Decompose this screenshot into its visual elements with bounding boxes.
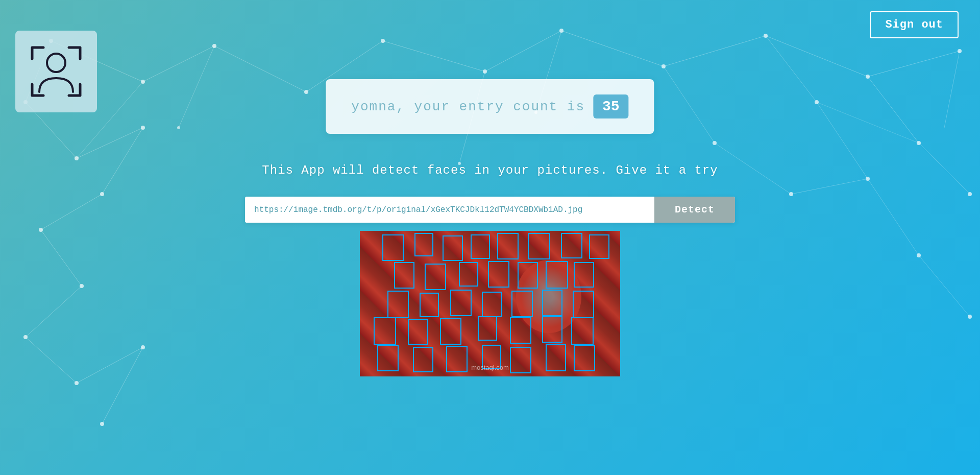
svg-point-51: [80, 284, 84, 288]
svg-rect-73: [528, 233, 550, 259]
svg-line-18: [77, 347, 143, 383]
svg-point-55: [100, 422, 104, 426]
entry-count-badge: 35: [593, 94, 629, 118]
svg-rect-83: [388, 291, 408, 318]
svg-rect-74: [561, 233, 582, 258]
sign-out-button[interactable]: Sign out: [870, 11, 959, 38]
svg-line-13: [102, 128, 143, 194]
svg-line-14: [41, 194, 102, 230]
svg-point-44: [866, 75, 870, 79]
svg-line-15: [41, 230, 82, 286]
svg-line-33: [919, 255, 970, 317]
image-result: mostaql.com: [360, 231, 620, 376]
svg-line-27: [664, 66, 715, 143]
svg-point-63: [968, 315, 972, 319]
svg-line-30: [715, 143, 791, 194]
svg-rect-89: [573, 291, 594, 318]
svg-line-16: [26, 286, 82, 337]
svg-rect-96: [572, 318, 593, 344]
svg-point-67: [47, 54, 65, 72]
svg-rect-86: [482, 292, 502, 317]
svg-point-41: [559, 29, 564, 33]
app-subtitle: This App will detect faces in your pictu…: [262, 163, 718, 177]
svg-rect-78: [459, 263, 478, 286]
detect-row: Detect: [245, 197, 735, 223]
svg-line-17: [26, 337, 77, 383]
svg-point-48: [141, 126, 145, 130]
svg-rect-69: [415, 233, 433, 256]
svg-point-43: [764, 34, 768, 38]
svg-line-34: [817, 102, 919, 143]
svg-rect-94: [510, 318, 531, 343]
svg-rect-68: [383, 235, 403, 260]
svg-point-54: [141, 345, 145, 349]
svg-rect-79: [488, 262, 509, 287]
svg-line-23: [919, 143, 970, 194]
svg-point-62: [917, 253, 921, 257]
svg-point-36: [141, 80, 145, 84]
svg-rect-81: [546, 262, 568, 288]
svg-rect-91: [408, 320, 428, 344]
svg-rect-82: [574, 263, 594, 287]
watermark: mostaql.com: [471, 364, 509, 371]
svg-line-25: [766, 36, 817, 102]
svg-line-19: [102, 347, 143, 424]
svg-line-5: [485, 31, 561, 72]
svg-rect-88: [543, 290, 562, 316]
svg-rect-98: [413, 347, 433, 372]
svg-line-26: [817, 102, 868, 179]
svg-rect-84: [420, 293, 438, 317]
svg-rect-80: [518, 263, 537, 288]
svg-rect-103: [574, 345, 595, 371]
detected-image: mostaql.com: [360, 231, 620, 376]
svg-rect-85: [451, 290, 471, 316]
svg-rect-92: [440, 319, 461, 344]
svg-rect-101: [510, 347, 531, 373]
svg-point-37: [212, 44, 216, 48]
svg-line-12: [77, 128, 143, 158]
svg-rect-70: [443, 236, 462, 260]
svg-rect-77: [425, 264, 446, 290]
app-logo: [15, 31, 97, 112]
entry-count-panel: yomna, your entry count is 35: [326, 79, 654, 134]
svg-point-60: [866, 177, 870, 181]
entry-message: yomna, your entry count is: [351, 99, 585, 114]
svg-point-58: [815, 100, 819, 104]
svg-line-21: [179, 46, 214, 128]
svg-line-1: [143, 46, 214, 82]
svg-rect-102: [546, 344, 566, 371]
svg-point-52: [23, 335, 28, 339]
svg-rect-99: [447, 346, 467, 372]
svg-point-50: [39, 228, 43, 232]
svg-point-38: [304, 90, 308, 94]
svg-rect-97: [378, 345, 398, 371]
svg-rect-90: [374, 318, 396, 344]
svg-point-61: [789, 192, 793, 196]
svg-line-22: [868, 77, 919, 143]
svg-line-31: [791, 179, 868, 194]
svg-point-39: [381, 39, 385, 43]
svg-rect-93: [478, 317, 497, 340]
svg-point-57: [968, 192, 972, 196]
svg-rect-95: [543, 317, 562, 342]
svg-line-8: [766, 36, 868, 77]
svg-point-59: [713, 141, 717, 145]
svg-line-4: [383, 41, 485, 72]
svg-point-53: [75, 381, 79, 385]
svg-line-2: [214, 46, 306, 92]
svg-rect-75: [590, 235, 609, 258]
svg-point-64: [177, 126, 180, 129]
svg-point-45: [958, 49, 962, 53]
url-input[interactable]: [245, 197, 654, 223]
svg-rect-76: [395, 263, 414, 288]
detect-button[interactable]: Detect: [654, 197, 735, 223]
svg-point-40: [483, 69, 487, 74]
svg-rect-71: [471, 235, 489, 258]
svg-line-7: [664, 36, 766, 66]
face-boxes-overlay: [360, 231, 620, 376]
svg-point-47: [75, 156, 79, 160]
svg-rect-72: [498, 233, 518, 259]
svg-rect-87: [512, 291, 532, 317]
svg-line-6: [561, 31, 664, 66]
svg-point-56: [917, 141, 921, 145]
